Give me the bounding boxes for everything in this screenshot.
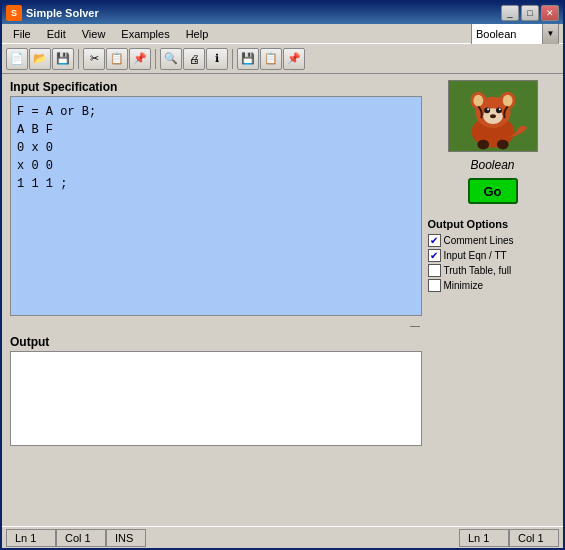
status-bar: Ln 1 Col 1 INS Ln 1 Col 1 bbox=[2, 526, 563, 548]
save2-button[interactable]: 💾 bbox=[237, 48, 259, 70]
option-checkbox-2[interactable]: ✔ bbox=[428, 264, 441, 277]
minimize-button[interactable]: _ bbox=[501, 5, 519, 21]
input-line-1: F = A or B; bbox=[17, 103, 415, 121]
input-line-4: 0 x 0 bbox=[17, 139, 415, 157]
input-spec-label: Input Specification bbox=[10, 80, 422, 94]
input-spec-section: Input Specification F = A or B; A B F 0 … bbox=[10, 80, 422, 316]
boolean-label: Boolean bbox=[470, 158, 514, 172]
maximize-button[interactable]: □ bbox=[521, 5, 539, 21]
svg-point-12 bbox=[490, 114, 496, 118]
close-button[interactable]: ✕ bbox=[541, 5, 559, 21]
option-label-0: Comment Lines bbox=[444, 235, 514, 246]
output-label: Output bbox=[10, 335, 422, 349]
menu-view[interactable]: View bbox=[75, 25, 113, 43]
option-row-0: ✔ Comment Lines bbox=[428, 234, 558, 247]
option-checkbox-1[interactable]: ✔ bbox=[428, 249, 441, 262]
cut-button[interactable]: ✂ bbox=[83, 48, 105, 70]
svg-point-8 bbox=[484, 107, 490, 113]
title-bar: S Simple Solver _ □ ✕ bbox=[2, 2, 563, 24]
boolean-combo-arrow-icon[interactable]: ▼ bbox=[542, 24, 558, 44]
output-section: Output bbox=[10, 335, 422, 446]
option-checkbox-3[interactable]: ✔ bbox=[428, 279, 441, 292]
main-body: Input Specification F = A or B; A B F 0 … bbox=[2, 74, 563, 514]
info-button[interactable]: ℹ bbox=[206, 48, 228, 70]
svg-point-13 bbox=[477, 140, 489, 150]
svg-point-10 bbox=[487, 108, 489, 110]
svg-point-14 bbox=[496, 140, 508, 150]
menu-help[interactable]: Help bbox=[179, 25, 216, 43]
status-left-col: Col 1 bbox=[56, 529, 106, 547]
option-label-2: Truth Table, full bbox=[444, 265, 512, 276]
option-row-3: ✔ Minimize bbox=[428, 279, 558, 292]
new-button[interactable]: 📄 bbox=[6, 48, 28, 70]
title-buttons: _ □ ✕ bbox=[501, 5, 559, 21]
animal-image bbox=[448, 80, 538, 152]
boolean-dropdown[interactable]: Boolean ▼ bbox=[471, 24, 559, 44]
toolbar-sep-3 bbox=[232, 49, 233, 69]
status-ins: INS bbox=[106, 529, 146, 547]
menu-file[interactable]: File bbox=[6, 25, 38, 43]
svg-point-5 bbox=[473, 95, 483, 107]
toolbar-sep-2 bbox=[155, 49, 156, 69]
status-right-col: Col 1 bbox=[509, 529, 559, 547]
output-options: Output Options ✔ Comment Lines ✔ Input E… bbox=[428, 218, 558, 294]
title-bar-left: S Simple Solver bbox=[6, 5, 99, 21]
input-line-6: 1 1 1 ; bbox=[17, 175, 415, 193]
open-button[interactable]: 📂 bbox=[29, 48, 51, 70]
svg-point-6 bbox=[502, 95, 512, 107]
option-label-3: Minimize bbox=[444, 280, 483, 291]
output-textarea[interactable] bbox=[10, 351, 422, 446]
paste2-button[interactable]: 📌 bbox=[283, 48, 305, 70]
go-button[interactable]: Go bbox=[468, 178, 518, 204]
status-right-ln: Ln 1 bbox=[459, 529, 509, 547]
app-icon: S bbox=[6, 5, 22, 21]
save-button[interactable]: 💾 bbox=[52, 48, 74, 70]
find-button[interactable]: 🔍 bbox=[160, 48, 182, 70]
status-left-ln: Ln 1 bbox=[6, 529, 56, 547]
panda-svg bbox=[449, 81, 537, 151]
copy-button[interactable]: 📋 bbox=[106, 48, 128, 70]
toolbar: 📄 📂 💾 ✂ 📋 📌 🔍 🖨 ℹ 💾 📋 📌 bbox=[2, 44, 563, 74]
input-line-5: x 0 0 bbox=[17, 157, 415, 175]
right-column: Boolean Go Output Options ✔ Comment Line… bbox=[430, 80, 555, 514]
option-row-1: ✔ Input Eqn / TT bbox=[428, 249, 558, 262]
menu-examples[interactable]: Examples bbox=[114, 25, 176, 43]
paste-button[interactable]: 📌 bbox=[129, 48, 151, 70]
menu-edit[interactable]: Edit bbox=[40, 25, 73, 43]
option-row-2: ✔ Truth Table, full bbox=[428, 264, 558, 277]
scroll-hint: — bbox=[10, 320, 420, 331]
option-checkbox-0[interactable]: ✔ bbox=[428, 234, 441, 247]
left-column: Input Specification F = A or B; A B F 0 … bbox=[10, 80, 422, 514]
svg-point-9 bbox=[495, 107, 501, 113]
toolbar-sep-1 bbox=[78, 49, 79, 69]
menu-bar: File Edit View Examples Help Boolean ▼ bbox=[2, 24, 563, 44]
option-label-1: Input Eqn / TT bbox=[444, 250, 507, 261]
copy2-button[interactable]: 📋 bbox=[260, 48, 282, 70]
window-title: Simple Solver bbox=[26, 7, 99, 19]
boolean-combo-text: Boolean bbox=[472, 24, 542, 44]
input-line-3: A B F bbox=[17, 121, 415, 139]
boolean-combo-container: Boolean ▼ bbox=[471, 24, 559, 44]
output-options-title: Output Options bbox=[428, 218, 558, 230]
svg-point-11 bbox=[498, 108, 500, 110]
print-button[interactable]: 🖨 bbox=[183, 48, 205, 70]
main-window: S Simple Solver _ □ ✕ File Edit View Exa… bbox=[0, 0, 565, 550]
input-spec-textarea[interactable]: F = A or B; A B F 0 x 0 x 0 0 1 1 1 ; bbox=[10, 96, 422, 316]
